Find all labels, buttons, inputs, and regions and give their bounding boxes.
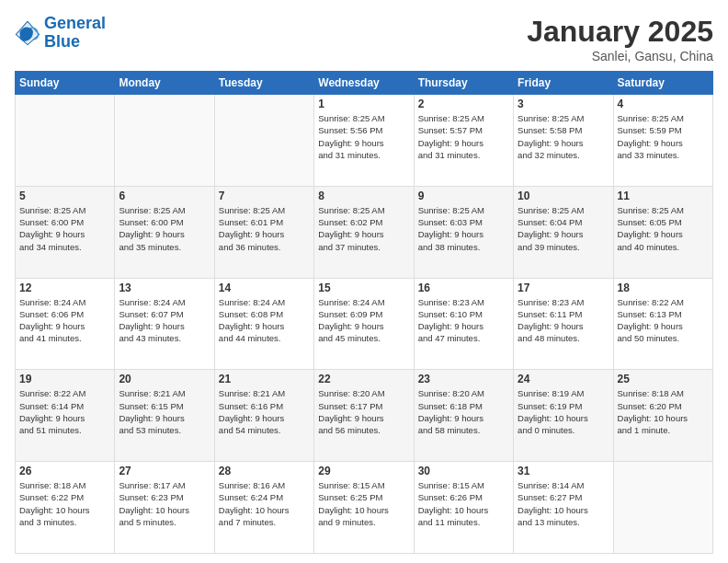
day-number: 4: [618, 98, 709, 110]
day-info: Sunrise: 8:25 AM Sunset: 5:59 PM Dayligh…: [618, 112, 709, 161]
calendar-cell-w4-d6: 24Sunrise: 8:19 AM Sunset: 6:19 PM Dayli…: [514, 370, 613, 462]
calendar-cell-w5-d7: [613, 462, 712, 554]
day-number: 22: [318, 373, 409, 385]
day-info: Sunrise: 8:21 AM Sunset: 6:15 PM Dayligh…: [119, 387, 210, 436]
day-number: 2: [418, 98, 509, 110]
day-info: Sunrise: 8:24 AM Sunset: 6:08 PM Dayligh…: [219, 296, 310, 345]
calendar-cell-w4-d2: 20Sunrise: 8:21 AM Sunset: 6:15 PM Dayli…: [115, 370, 214, 462]
calendar-cell-w4-d3: 21Sunrise: 8:21 AM Sunset: 6:16 PM Dayli…: [214, 370, 313, 462]
day-number: 13: [119, 282, 210, 294]
day-info: Sunrise: 8:25 AM Sunset: 6:01 PM Dayligh…: [219, 204, 310, 253]
page-header: General Blue January 2025 Sanlei, Gansu,…: [15, 15, 713, 63]
calendar-cell-w4-d7: 25Sunrise: 8:18 AM Sunset: 6:20 PM Dayli…: [613, 370, 712, 462]
day-info: Sunrise: 8:25 AM Sunset: 5:57 PM Dayligh…: [418, 112, 509, 161]
day-number: 3: [518, 98, 609, 110]
day-number: 21: [219, 373, 310, 385]
title-block: January 2025 Sanlei, Gansu, China: [527, 15, 713, 63]
day-info: Sunrise: 8:21 AM Sunset: 6:16 PM Dayligh…: [219, 387, 310, 436]
day-number: 10: [518, 190, 609, 202]
header-friday: Friday: [514, 72, 613, 95]
day-number: 6: [119, 190, 210, 202]
day-info: Sunrise: 8:25 AM Sunset: 6:00 PM Dayligh…: [119, 204, 210, 253]
calendar-cell-w1-d3: [214, 95, 313, 187]
day-number: 18: [618, 282, 709, 294]
day-info: Sunrise: 8:25 AM Sunset: 6:04 PM Dayligh…: [518, 204, 609, 253]
calendar-cell-w5-d6: 31Sunrise: 8:14 AM Sunset: 6:27 PM Dayli…: [514, 462, 613, 554]
calendar-week-5: 26Sunrise: 8:18 AM Sunset: 6:22 PM Dayli…: [16, 462, 713, 554]
day-info: Sunrise: 8:25 AM Sunset: 6:05 PM Dayligh…: [618, 204, 709, 253]
calendar-cell-w2-d6: 10Sunrise: 8:25 AM Sunset: 6:04 PM Dayli…: [514, 186, 613, 278]
location: Sanlei, Gansu, China: [527, 49, 713, 63]
day-info: Sunrise: 8:19 AM Sunset: 6:19 PM Dayligh…: [518, 387, 609, 436]
day-info: Sunrise: 8:18 AM Sunset: 6:20 PM Dayligh…: [618, 387, 709, 436]
day-info: Sunrise: 8:15 AM Sunset: 6:25 PM Dayligh…: [318, 479, 409, 528]
day-info: Sunrise: 8:22 AM Sunset: 6:14 PM Dayligh…: [19, 387, 110, 436]
calendar-week-3: 12Sunrise: 8:24 AM Sunset: 6:06 PM Dayli…: [16, 278, 713, 370]
calendar-cell-w5-d1: 26Sunrise: 8:18 AM Sunset: 6:22 PM Dayli…: [16, 462, 115, 554]
calendar-cell-w1-d2: [115, 95, 214, 187]
day-info: Sunrise: 8:25 AM Sunset: 6:03 PM Dayligh…: [418, 204, 509, 253]
day-info: Sunrise: 8:18 AM Sunset: 6:22 PM Dayligh…: [19, 479, 110, 528]
calendar-cell-w2-d1: 5Sunrise: 8:25 AM Sunset: 6:00 PM Daylig…: [16, 186, 115, 278]
calendar-table: Sunday Monday Tuesday Wednesday Thursday…: [15, 71, 713, 554]
day-info: Sunrise: 8:16 AM Sunset: 6:24 PM Dayligh…: [219, 479, 310, 528]
day-number: 29: [318, 465, 409, 477]
calendar-cell-w2-d5: 9Sunrise: 8:25 AM Sunset: 6:03 PM Daylig…: [414, 186, 513, 278]
month-title: January 2025: [527, 15, 713, 49]
header-tuesday: Tuesday: [214, 72, 313, 95]
calendar-week-2: 5Sunrise: 8:25 AM Sunset: 6:00 PM Daylig…: [16, 186, 713, 278]
calendar-week-4: 19Sunrise: 8:22 AM Sunset: 6:14 PM Dayli…: [16, 370, 713, 462]
logo: General Blue: [15, 15, 106, 52]
day-info: Sunrise: 8:20 AM Sunset: 6:17 PM Dayligh…: [318, 387, 409, 436]
day-number: 12: [19, 282, 110, 294]
calendar-cell-w3-d3: 14Sunrise: 8:24 AM Sunset: 6:08 PM Dayli…: [214, 278, 313, 370]
day-number: 9: [418, 190, 509, 202]
day-info: Sunrise: 8:24 AM Sunset: 6:09 PM Dayligh…: [318, 296, 409, 345]
day-number: 17: [518, 282, 609, 294]
calendar-cell-w2-d4: 8Sunrise: 8:25 AM Sunset: 6:02 PM Daylig…: [314, 186, 414, 278]
day-info: Sunrise: 8:24 AM Sunset: 6:07 PM Dayligh…: [119, 296, 210, 345]
calendar-cell-w1-d4: 1Sunrise: 8:25 AM Sunset: 5:56 PM Daylig…: [314, 95, 414, 187]
day-number: 20: [119, 373, 210, 385]
logo-icon: [15, 20, 40, 46]
day-info: Sunrise: 8:25 AM Sunset: 6:00 PM Dayligh…: [19, 204, 110, 253]
header-monday: Monday: [115, 72, 214, 95]
day-number: 26: [19, 465, 110, 477]
day-info: Sunrise: 8:17 AM Sunset: 6:23 PM Dayligh…: [119, 479, 210, 528]
day-info: Sunrise: 8:25 AM Sunset: 5:58 PM Dayligh…: [518, 112, 609, 161]
calendar-cell-w4-d4: 22Sunrise: 8:20 AM Sunset: 6:17 PM Dayli…: [314, 370, 414, 462]
day-number: 23: [418, 373, 509, 385]
calendar-cell-w4-d5: 23Sunrise: 8:20 AM Sunset: 6:18 PM Dayli…: [414, 370, 513, 462]
day-number: 8: [318, 190, 409, 202]
day-info: Sunrise: 8:23 AM Sunset: 6:11 PM Dayligh…: [518, 296, 609, 345]
calendar-cell-w1-d5: 2Sunrise: 8:25 AM Sunset: 5:57 PM Daylig…: [414, 95, 513, 187]
day-number: 19: [19, 373, 110, 385]
calendar-cell-w2-d7: 11Sunrise: 8:25 AM Sunset: 6:05 PM Dayli…: [613, 186, 712, 278]
day-number: 14: [219, 282, 310, 294]
header-thursday: Thursday: [414, 72, 513, 95]
day-info: Sunrise: 8:25 AM Sunset: 6:02 PM Dayligh…: [318, 204, 409, 253]
calendar-cell-w5-d4: 29Sunrise: 8:15 AM Sunset: 6:25 PM Dayli…: [314, 462, 414, 554]
calendar-cell-w4-d1: 19Sunrise: 8:22 AM Sunset: 6:14 PM Dayli…: [16, 370, 115, 462]
calendar-cell-w1-d1: [16, 95, 115, 187]
calendar-cell-w1-d6: 3Sunrise: 8:25 AM Sunset: 5:58 PM Daylig…: [514, 95, 613, 187]
day-number: 24: [518, 373, 609, 385]
day-number: 25: [618, 373, 709, 385]
day-info: Sunrise: 8:22 AM Sunset: 6:13 PM Dayligh…: [618, 296, 709, 345]
calendar-cell-w5-d2: 27Sunrise: 8:17 AM Sunset: 6:23 PM Dayli…: [115, 462, 214, 554]
calendar-cell-w3-d5: 16Sunrise: 8:23 AM Sunset: 6:10 PM Dayli…: [414, 278, 513, 370]
calendar-cell-w3-d1: 12Sunrise: 8:24 AM Sunset: 6:06 PM Dayli…: [16, 278, 115, 370]
day-number: 27: [119, 465, 210, 477]
calendar-header-row: Sunday Monday Tuesday Wednesday Thursday…: [16, 72, 713, 95]
calendar-cell-w1-d7: 4Sunrise: 8:25 AM Sunset: 5:59 PM Daylig…: [613, 95, 712, 187]
day-number: 28: [219, 465, 310, 477]
calendar-week-1: 1Sunrise: 8:25 AM Sunset: 5:56 PM Daylig…: [16, 95, 713, 187]
calendar-cell-w5-d5: 30Sunrise: 8:15 AM Sunset: 6:26 PM Dayli…: [414, 462, 513, 554]
day-number: 5: [19, 190, 110, 202]
calendar-cell-w2-d2: 6Sunrise: 8:25 AM Sunset: 6:00 PM Daylig…: [115, 186, 214, 278]
day-info: Sunrise: 8:15 AM Sunset: 6:26 PM Dayligh…: [418, 479, 509, 528]
day-number: 11: [618, 190, 709, 202]
day-number: 30: [418, 465, 509, 477]
calendar-cell-w3-d2: 13Sunrise: 8:24 AM Sunset: 6:07 PM Dayli…: [115, 278, 214, 370]
day-number: 16: [418, 282, 509, 294]
